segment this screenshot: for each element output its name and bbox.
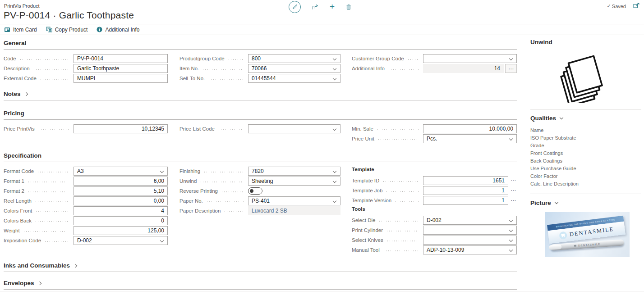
quality-item: Back Coatings (530, 157, 641, 165)
paper-no-field[interactable]: PS-401 (248, 196, 340, 205)
imposition-code-field[interactable]: D-002 (74, 236, 168, 245)
reel-length-field[interactable]: 0,00 (74, 196, 168, 205)
reel-length-label: Reel Length (4, 198, 32, 204)
customer-group-code-field[interactable] (423, 54, 517, 63)
template-id-label: Template ID (352, 178, 379, 183)
price-unit-field[interactable]: Pcs. (423, 134, 517, 143)
edit-button[interactable] (289, 1, 301, 13)
factbox-pane: Unwind Qualities Name ISO Paper Substrat… (530, 39, 641, 257)
template-job-field[interactable]: 1 (423, 186, 508, 195)
reverse-printing-toggle[interactable] (248, 187, 262, 195)
paper-no-label: Paper No. (179, 198, 203, 204)
dotted-leader (395, 201, 419, 202)
select-die-field[interactable]: D-002 (423, 216, 517, 225)
popout-button[interactable] (633, 3, 639, 8)
section-specification-header[interactable]: Specification (4, 152, 517, 162)
format-2-field[interactable]: 5,10 (74, 186, 168, 195)
template-id-field[interactable]: 1651 (423, 176, 508, 185)
colors-back-label: Colors Back (4, 218, 32, 223)
divider (530, 109, 641, 109)
colors-back-field[interactable]: 0 (74, 216, 168, 225)
unwind-field[interactable]: Sheeting (248, 177, 340, 186)
description-field[interactable]: Garlic Toothpaste (74, 64, 168, 73)
quality-item: Name (530, 127, 641, 134)
assist-edit-button[interactable]: ⋯ (510, 176, 517, 185)
share-icon (312, 4, 319, 10)
sell-to-no-label: Sell-To No. (179, 76, 205, 81)
tools-group-label: Tools (352, 206, 517, 213)
delete-button[interactable] (345, 4, 352, 10)
copy-product-action[interactable]: Copy Product (46, 27, 88, 33)
dotted-leader (386, 191, 419, 192)
chevron-down-icon (333, 169, 336, 173)
dotted-leader (208, 79, 244, 80)
weight-field[interactable]: 125,00 (74, 226, 168, 235)
code-field[interactable]: PV-P-0014 (74, 54, 168, 63)
select-die-label: Select Die (352, 218, 375, 223)
dotted-leader (44, 241, 69, 242)
productgroup-code-field[interactable]: 800 (248, 54, 340, 63)
dotted-leader (33, 69, 69, 70)
min-sale-field[interactable]: 10.000,00 (423, 124, 517, 133)
dotted-leader (19, 59, 69, 60)
chevron-down-icon (509, 238, 513, 242)
additional-info-action[interactable]: Additional Info (97, 27, 139, 33)
format-1-label: Format 1 (4, 178, 24, 184)
qualities-factbox-title[interactable]: Qualities (530, 115, 641, 122)
finishing-field[interactable]: 7820 (248, 167, 340, 176)
dotted-leader (35, 201, 69, 202)
section-notes-header[interactable]: Notes (4, 91, 517, 100)
template-version-field[interactable]: 1 (423, 196, 508, 205)
dotted-leader (202, 69, 244, 70)
page-header: PrintVis Product PV-P-0014 · Garlic Toot… (0, 0, 644, 24)
additional-info-label: Additional Info (105, 27, 139, 33)
section-envelopes-header[interactable]: Envelopes (4, 280, 517, 290)
chevron-down-icon (333, 57, 336, 60)
price-printvis-field[interactable]: 10,12345 (74, 124, 168, 133)
assist-edit-button[interactable]: ⋯ (510, 196, 517, 205)
dotted-leader (200, 182, 244, 182)
item-no-field[interactable]: 70066 (248, 64, 340, 73)
tooth-logo-icon (559, 231, 567, 240)
format-code-field[interactable]: A3 (74, 167, 168, 176)
pen-cap (549, 245, 562, 250)
format-1-field[interactable]: 6,00 (74, 177, 168, 186)
form-area: General Code PV-P-0014 Description Garli… (4, 36, 517, 290)
section-pricing-header[interactable]: Pricing (4, 110, 517, 120)
assist-edit-button[interactable]: ⋯ (510, 186, 517, 195)
select-knives-field[interactable] (423, 236, 517, 245)
external-code-field[interactable]: MUMPI (74, 74, 168, 83)
manual-tool-field[interactable]: ADP-10-13-009 (423, 245, 517, 254)
productgroup-code-label: Productgroup Code (179, 56, 225, 61)
chevron-down-icon (333, 199, 336, 203)
qualities-list: Name ISO Paper Substrate Grade Front Coa… (530, 127, 641, 188)
dotted-leader (221, 191, 244, 192)
dotted-leader (35, 211, 69, 212)
share-button[interactable] (312, 4, 319, 10)
section-general-header[interactable]: General (4, 40, 517, 50)
dotted-leader (228, 59, 244, 60)
new-button[interactable]: + (330, 3, 335, 10)
template-group-label: Template (352, 167, 517, 174)
sell-to-no-field[interactable]: 01445544 (248, 74, 340, 83)
quality-item: ISO Paper Substrate (530, 134, 641, 142)
dotted-leader (377, 139, 419, 140)
quality-item: Use Purchase Guide (530, 165, 641, 172)
dotted-leader (383, 250, 419, 251)
picture-factbox-title[interactable]: Picture (530, 200, 641, 206)
item-card-action[interactable]: Item Card (4, 27, 37, 33)
unwind-label: Unwind (179, 178, 197, 184)
weight-label: Weight (4, 228, 20, 233)
format-2-label: Format 2 (4, 188, 24, 194)
print-cylinder-field[interactable] (423, 226, 517, 235)
additional-info-field: 14 (423, 64, 504, 73)
top-toolbar: + (289, 0, 352, 13)
reverse-printing-label: Reverse Printing (179, 188, 218, 194)
assist-edit-button[interactable]: ⋯ (505, 64, 517, 73)
print-cylinder-label: Print Cylinder (352, 227, 383, 233)
price-list-code-field[interactable] (248, 124, 340, 133)
item-card-label: Item Card (13, 27, 37, 33)
colors-front-field[interactable]: 4 (74, 206, 168, 215)
dotted-leader (386, 241, 419, 241)
section-inks-header[interactable]: Inks and Consumables (4, 262, 517, 272)
